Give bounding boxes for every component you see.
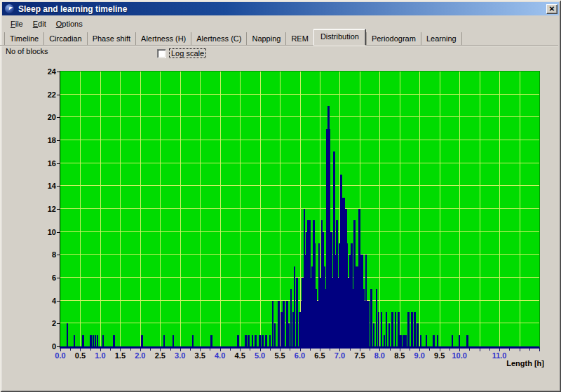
- y-axis-tick: [57, 301, 60, 302]
- histogram-bar: [265, 335, 267, 346]
- histogram-bar: [90, 335, 92, 346]
- y-axis-tick: [57, 117, 60, 118]
- histogram-bar: [259, 335, 261, 346]
- x-axis-tick: [310, 349, 311, 351]
- y-tick-label: 4: [38, 297, 56, 305]
- y-tick-label: 2: [38, 319, 56, 327]
- menu-item-file[interactable]: File: [6, 18, 28, 29]
- grid-line-vertical: [240, 72, 241, 346]
- histogram-bar: [400, 335, 402, 346]
- y-axis-title: No of blocks: [6, 47, 48, 55]
- y-tick-label: 0: [38, 342, 56, 351]
- histogram-bar: [437, 335, 439, 346]
- y-tick-label: 12: [38, 205, 56, 213]
- grid-line-vertical: [440, 72, 440, 346]
- y-axis-tick: [57, 163, 60, 164]
- menu-item-options[interactable]: Options: [51, 18, 88, 29]
- histogram-bar: [368, 301, 370, 346]
- histogram-bar: [272, 301, 274, 346]
- y-tick-label: 14: [38, 182, 56, 190]
- tab-rem[interactable]: REM: [285, 32, 313, 46]
- tab-phase-shift[interactable]: Phase shift: [87, 32, 135, 46]
- grid-line-vertical: [180, 72, 181, 346]
- histogram-bar: [141, 335, 143, 346]
- y-tick-label: 6: [38, 273, 56, 282]
- x-axis-tick: [150, 349, 151, 351]
- histogram-bar: [280, 312, 283, 346]
- histogram-bar: [74, 335, 76, 346]
- app-icon: [5, 4, 14, 13]
- close-button[interactable]: ✕: [546, 4, 557, 14]
- x-axis-tick: [190, 349, 191, 351]
- histogram-bar: [248, 335, 250, 346]
- tab-alertness-c[interactable]: Alertness (C): [191, 32, 246, 46]
- y-tick-label: 24: [38, 67, 56, 76]
- y-axis-tick: [57, 323, 60, 324]
- tab-alertness-h[interactable]: Alertness (H): [135, 32, 191, 46]
- grid-line-vertical: [100, 72, 101, 346]
- grid-line-vertical: [400, 72, 400, 346]
- histogram-bar: [192, 335, 194, 346]
- histogram-bar: [452, 335, 454, 346]
- y-tick-label: 10: [38, 228, 56, 236]
- histogram-bar: [466, 335, 468, 346]
- menu-item-edit[interactable]: Edit: [28, 18, 51, 29]
- x-axis-tick: [509, 349, 510, 351]
- histogram-bar: [296, 278, 298, 346]
- histogram-bar: [269, 335, 271, 346]
- x-axis-tick: [390, 349, 391, 351]
- histogram-bar: [97, 335, 99, 346]
- histogram-bar: [163, 335, 165, 346]
- x-axis-tick: [250, 349, 250, 351]
- y-tick-label: 16: [38, 159, 56, 168]
- tab-learning[interactable]: Learning: [421, 32, 462, 46]
- x-axis-tick: [410, 349, 410, 351]
- histogram-bar: [381, 312, 383, 346]
- tab-distribution[interactable]: Distribution: [313, 29, 366, 46]
- histogram-bar: [237, 335, 239, 346]
- histogram-bar: [395, 312, 397, 346]
- histogram-bar: [411, 312, 413, 346]
- tab-periodogram[interactable]: Periodogram: [366, 32, 421, 46]
- histogram-bar: [173, 335, 175, 346]
- grid-line-vertical: [220, 72, 221, 346]
- grid-line-vertical: [499, 72, 500, 346]
- x-axis-title: Length [h]: [449, 359, 544, 367]
- histogram-bar: [370, 289, 372, 346]
- log-scale-label[interactable]: Log scale: [169, 48, 206, 58]
- grid-line-vertical: [80, 72, 81, 346]
- x-axis-tick: [130, 349, 131, 351]
- y-tick-label: 18: [38, 136, 56, 144]
- histogram-bar: [407, 312, 410, 346]
- y-tick-label: 8: [38, 250, 56, 259]
- x-axis-tick: [90, 349, 91, 351]
- menubar: FileEditOptions: [2, 17, 559, 30]
- histogram-plot-area: [60, 71, 540, 349]
- x-axis-tick: [539, 349, 540, 351]
- grid-line-vertical: [379, 72, 380, 346]
- histogram-bar: [274, 323, 276, 346]
- y-axis-tick: [57, 72, 60, 72]
- close-icon: ✕: [549, 5, 555, 13]
- tab-circadian[interactable]: Circadian: [43, 32, 86, 46]
- x-axis-tick: [370, 349, 370, 351]
- y-axis-tick: [57, 95, 60, 95]
- y-axis-tick: [57, 186, 60, 187]
- histogram-bar: [433, 335, 435, 346]
- x-axis-tick: [110, 349, 111, 351]
- histogram-bar: [373, 323, 375, 346]
- grid-line-vertical: [200, 72, 201, 346]
- grid-line-vertical: [459, 72, 460, 346]
- y-axis-tick: [57, 232, 60, 233]
- log-scale-checkbox[interactable]: [157, 49, 166, 58]
- x-axis-tick: [489, 349, 490, 351]
- histogram-bar: [102, 335, 104, 346]
- histogram-bar: [283, 301, 285, 346]
- histogram-bar: [113, 335, 115, 346]
- tab-timeline[interactable]: Timeline: [4, 32, 43, 46]
- x-axis-tick: [469, 349, 470, 351]
- y-tick-label: 22: [38, 90, 56, 99]
- y-axis-tick: [57, 278, 60, 278]
- tab-napping[interactable]: Napping: [246, 32, 285, 46]
- titlebar[interactable]: Sleep and learning timeline ✕: [2, 2, 559, 15]
